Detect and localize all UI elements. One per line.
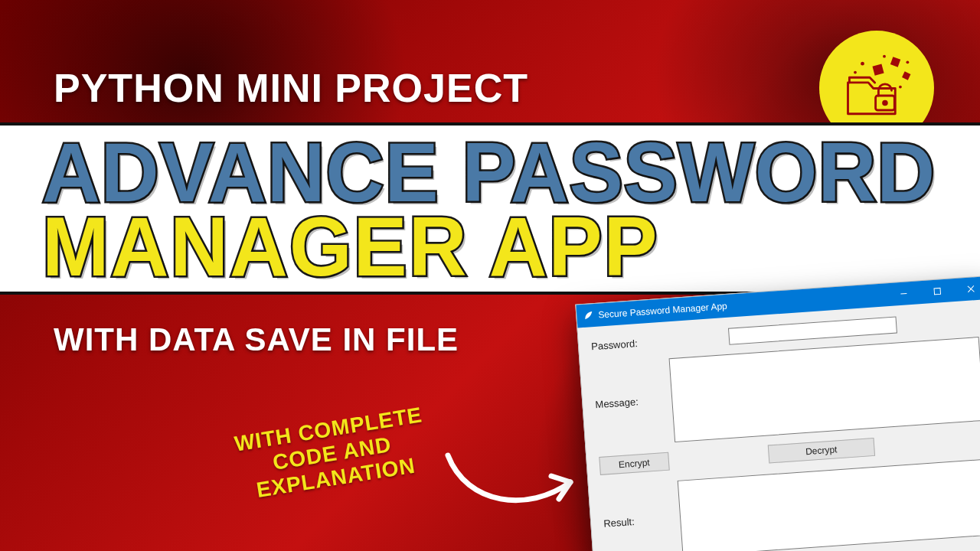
result-textarea[interactable] bbox=[678, 459, 980, 551]
svg-point-7 bbox=[906, 60, 909, 64]
svg-point-6 bbox=[883, 54, 886, 57]
app-window-mock: Secure Password Manager App Password: Me… bbox=[575, 276, 980, 551]
curved-arrow-icon bbox=[436, 436, 590, 520]
svg-line-10 bbox=[900, 293, 906, 294]
app-feather-icon bbox=[583, 310, 594, 321]
password-input[interactable] bbox=[728, 316, 897, 344]
encrypt-button[interactable]: Encrypt bbox=[599, 452, 669, 475]
minimize-icon bbox=[900, 289, 908, 298]
svg-rect-4 bbox=[902, 71, 910, 80]
callout-badge: WITH COMPLETE CODE AND EXPLANATION bbox=[233, 403, 432, 505]
maximize-button[interactable] bbox=[920, 279, 955, 304]
message-textarea[interactable] bbox=[669, 337, 980, 442]
pretitle: PYTHON MINI PROJECT bbox=[54, 65, 528, 111]
svg-rect-11 bbox=[934, 288, 941, 295]
decrypt-button[interactable]: Decrypt bbox=[767, 438, 875, 464]
svg-point-5 bbox=[861, 61, 864, 65]
folder-unlock-icon bbox=[841, 52, 913, 125]
password-label: Password: bbox=[590, 334, 652, 353]
window-title: Secure Password Manager App bbox=[598, 301, 727, 321]
svg-point-9 bbox=[899, 85, 902, 88]
svg-rect-2 bbox=[890, 57, 900, 67]
title-line-2: MANAGER APP bbox=[42, 207, 980, 287]
thumbnail-stage: PYTHON MINI PROJECT ADVANCE PA bbox=[0, 0, 980, 551]
maximize-icon bbox=[933, 287, 942, 295]
message-label: Message: bbox=[593, 360, 657, 410]
window-body: Password: Message: Encrypt Decrypt Resul… bbox=[577, 299, 980, 551]
svg-rect-3 bbox=[872, 64, 884, 75]
result-label: Result: bbox=[601, 481, 665, 529]
close-icon bbox=[967, 285, 975, 293]
svg-point-1 bbox=[883, 101, 887, 105]
close-button[interactable] bbox=[953, 276, 980, 302]
title-band: ADVANCE PASSWORD MANAGER APP bbox=[0, 122, 980, 295]
minimize-button[interactable] bbox=[886, 281, 921, 306]
svg-point-8 bbox=[854, 70, 857, 73]
subtitle: WITH DATA SAVE IN FILE bbox=[54, 321, 459, 358]
